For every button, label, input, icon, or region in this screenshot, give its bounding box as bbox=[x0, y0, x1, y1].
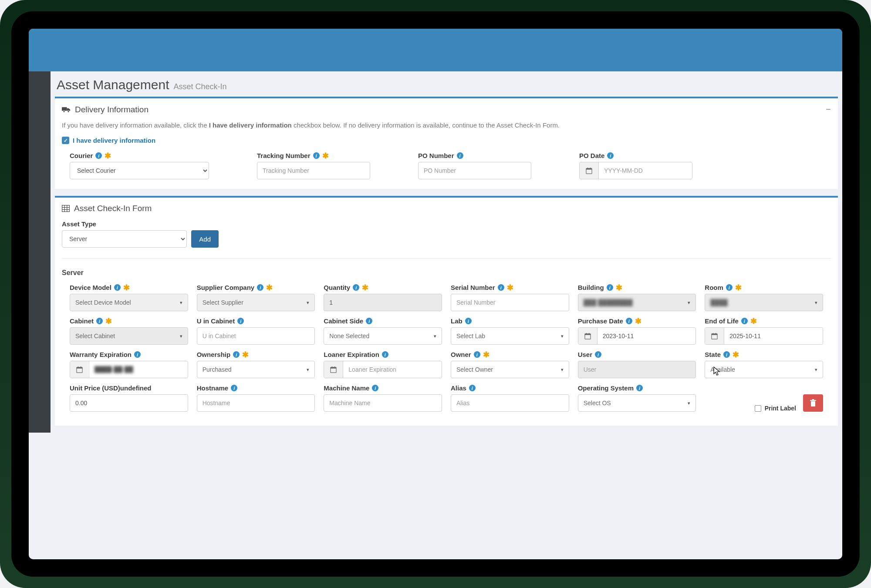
info-icon[interactable] bbox=[741, 318, 748, 324]
checkin-panel-title: Asset Check-In Form bbox=[74, 204, 152, 213]
required-icon bbox=[483, 352, 490, 357]
truck-icon bbox=[62, 106, 71, 113]
warranty-expiration-input[interactable] bbox=[89, 361, 188, 378]
chevron-down-icon: ▾ bbox=[307, 300, 309, 306]
purchase-date-group[interactable] bbox=[578, 327, 696, 345]
quantity-input[interactable] bbox=[324, 294, 442, 311]
print-label-checkbox[interactable]: Print Label bbox=[755, 405, 796, 412]
info-icon[interactable] bbox=[726, 284, 733, 291]
required-icon bbox=[266, 285, 273, 290]
info-icon[interactable] bbox=[95, 152, 102, 159]
supplier-select[interactable]: Select Supplier▾ bbox=[197, 294, 315, 311]
tracking-number-input[interactable] bbox=[257, 162, 370, 179]
state-select[interactable]: Available▾ bbox=[705, 361, 823, 378]
svg-rect-30 bbox=[812, 399, 814, 400]
have-delivery-info-checkbox[interactable]: I have delivery information bbox=[62, 137, 831, 144]
info-icon[interactable] bbox=[636, 385, 643, 391]
courier-select[interactable]: Select Courier bbox=[70, 162, 209, 179]
info-icon[interactable] bbox=[465, 318, 472, 324]
info-icon[interactable] bbox=[233, 351, 240, 358]
svg-rect-28 bbox=[811, 401, 815, 407]
info-icon[interactable] bbox=[595, 351, 601, 358]
serial-number-input[interactable] bbox=[451, 294, 569, 311]
room-select[interactable]: ████▾ bbox=[705, 294, 823, 311]
tracking-number-label: Tracking Number bbox=[257, 152, 311, 159]
chevron-down-icon: ▾ bbox=[561, 333, 564, 339]
svg-rect-13 bbox=[585, 333, 591, 335]
u-in-cabinet-input[interactable] bbox=[197, 327, 315, 345]
end-of-life-input[interactable] bbox=[724, 328, 823, 344]
info-icon[interactable] bbox=[372, 385, 378, 391]
device-model-select[interactable]: Select Device Model▾ bbox=[70, 294, 188, 311]
info-icon[interactable] bbox=[134, 351, 141, 358]
info-icon[interactable] bbox=[313, 152, 320, 159]
owner-select[interactable]: Select Owner▾ bbox=[451, 361, 569, 378]
cabinet-select[interactable]: Select Cabinet▾ bbox=[70, 327, 188, 345]
purchase-date-input[interactable] bbox=[598, 328, 696, 344]
info-icon[interactable] bbox=[607, 152, 614, 159]
page-subtitle: Asset Check-In bbox=[173, 82, 226, 91]
info-icon[interactable] bbox=[607, 284, 613, 291]
building-select[interactable]: ███ ████████▾ bbox=[578, 294, 696, 311]
machine-name-input[interactable] bbox=[324, 394, 442, 412]
page-title: Asset Management bbox=[57, 77, 169, 92]
required-icon bbox=[105, 319, 112, 324]
info-icon[interactable] bbox=[231, 385, 237, 391]
svg-rect-14 bbox=[586, 333, 586, 334]
loaner-expiration-group[interactable] bbox=[324, 361, 442, 378]
info-icon[interactable] bbox=[114, 284, 121, 291]
info-icon[interactable] bbox=[353, 284, 359, 291]
svg-rect-0 bbox=[62, 107, 67, 111]
ownership-select[interactable]: Purchased▾ bbox=[197, 361, 315, 378]
po-date-input[interactable] bbox=[599, 162, 692, 179]
delete-row-button[interactable] bbox=[803, 394, 823, 412]
alias-label: Alias bbox=[451, 384, 466, 392]
svg-rect-22 bbox=[78, 366, 78, 368]
po-date-input-group[interactable] bbox=[579, 162, 692, 179]
user-input[interactable] bbox=[578, 361, 696, 378]
info-icon[interactable] bbox=[498, 284, 504, 291]
info-icon[interactable] bbox=[382, 351, 388, 358]
top-header-bar bbox=[29, 29, 842, 71]
add-asset-button[interactable]: Add bbox=[191, 230, 219, 248]
cabinet-side-select[interactable]: None Selected▾ bbox=[324, 327, 442, 345]
info-icon[interactable] bbox=[96, 318, 103, 324]
page-title-area: Asset Management Asset Check-In bbox=[55, 76, 838, 97]
required-icon bbox=[242, 352, 249, 357]
warranty-expiration-group[interactable] bbox=[70, 361, 188, 378]
hostname-input[interactable] bbox=[197, 394, 315, 412]
svg-rect-7 bbox=[62, 205, 70, 212]
end-of-life-label: End of Life bbox=[705, 317, 739, 325]
cabinet-side-label: Cabinet Side bbox=[324, 317, 363, 325]
checkbox-checked-icon bbox=[62, 137, 69, 144]
info-icon[interactable] bbox=[366, 318, 372, 324]
info-icon[interactable] bbox=[257, 284, 263, 291]
svg-rect-25 bbox=[331, 367, 336, 368]
lab-select[interactable]: Select Lab▾ bbox=[451, 327, 569, 345]
info-icon[interactable] bbox=[457, 152, 463, 159]
divider bbox=[62, 258, 831, 259]
building-label: Building bbox=[578, 284, 604, 291]
required-icon bbox=[105, 153, 111, 158]
po-number-input[interactable] bbox=[418, 162, 531, 179]
end-of-life-group[interactable] bbox=[705, 327, 823, 345]
info-icon[interactable] bbox=[474, 351, 480, 358]
unit-price-input[interactable] bbox=[70, 394, 188, 412]
operating-system-select[interactable]: Select OS▾ bbox=[578, 394, 696, 412]
asset-type-select[interactable]: Server bbox=[62, 230, 187, 248]
svg-rect-23 bbox=[81, 366, 81, 368]
loaner-expiration-input[interactable] bbox=[343, 361, 442, 378]
have-delivery-info-label: I have delivery information bbox=[73, 137, 155, 144]
required-icon bbox=[750, 319, 757, 324]
info-icon[interactable] bbox=[469, 385, 476, 391]
asset-checkin-panel: Asset Check-In Form Asset Type Server Ad… bbox=[55, 196, 838, 426]
alias-input[interactable] bbox=[451, 394, 569, 412]
info-icon[interactable] bbox=[723, 351, 730, 358]
svg-rect-27 bbox=[334, 366, 335, 368]
supplier-company-label: Supplier Company bbox=[197, 284, 255, 291]
svg-rect-15 bbox=[589, 333, 589, 334]
collapse-panel-button[interactable]: − bbox=[826, 104, 831, 114]
info-icon[interactable] bbox=[626, 318, 632, 324]
loaner-expiration-label: Loaner Expiration bbox=[324, 351, 379, 358]
info-icon[interactable] bbox=[237, 318, 244, 324]
